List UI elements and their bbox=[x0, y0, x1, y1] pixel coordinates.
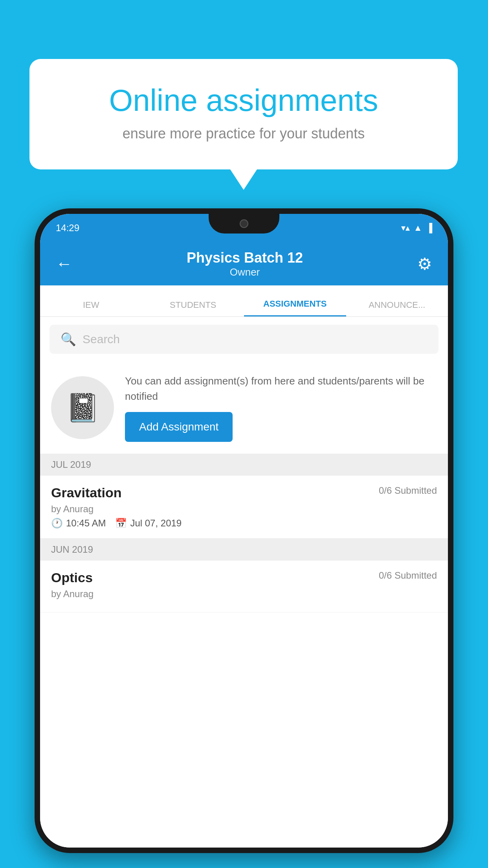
add-assignment-button[interactable]: Add Assignment bbox=[125, 412, 233, 442]
promo-description: You can add assignment(s) from here and … bbox=[125, 373, 437, 404]
phone-notch bbox=[209, 214, 279, 234]
search-icon: 🔍 bbox=[61, 332, 76, 347]
tab-students[interactable]: STUDENTS bbox=[142, 300, 244, 316]
assignment-gravitation[interactable]: Gravitation 0/6 Submitted by Anurag 🕐 10… bbox=[40, 476, 448, 539]
promo-block: 📓 You can add assignment(s) from here an… bbox=[40, 362, 448, 454]
section-jun-2019: JUN 2019 bbox=[40, 539, 448, 561]
assignment-submitted-gravitation: 0/6 Submitted bbox=[379, 485, 437, 496]
section-jul-2019: JUL 2019 bbox=[40, 454, 448, 476]
assignment-top-row-optics: Optics 0/6 Submitted bbox=[51, 570, 437, 585]
battery-icon: ▐ bbox=[426, 223, 432, 233]
assignment-time-text: 10:45 AM bbox=[66, 518, 106, 529]
status-bar: 14:29 ▾▴ ▲ ▐ bbox=[40, 214, 448, 242]
search-bar[interactable]: 🔍 Search bbox=[50, 325, 438, 354]
tab-announcements[interactable]: ANNOUNCE... bbox=[346, 300, 448, 316]
header-subtitle: Owner bbox=[187, 266, 303, 278]
back-button[interactable]: ← bbox=[56, 254, 72, 273]
content-area: 🔍 Search 📓 You can add assignment(s) fro… bbox=[40, 317, 448, 848]
phone-screen: 14:29 ▾▴ ▲ ▐ ← Physics Batch 12 Owner ⚙ … bbox=[40, 214, 448, 848]
assignment-top-row: Gravitation 0/6 Submitted bbox=[51, 485, 437, 500]
assignment-meta-gravitation: 🕐 10:45 AM 📅 Jul 07, 2019 bbox=[51, 518, 437, 529]
assignment-time-gravitation: 🕐 10:45 AM bbox=[51, 518, 106, 529]
status-icons: ▾▴ ▲ ▐ bbox=[401, 223, 432, 233]
assignment-date-gravitation: 📅 Jul 07, 2019 bbox=[115, 518, 182, 529]
clock-icon: 🕐 bbox=[51, 518, 63, 529]
speech-bubble: Online assignments ensure more practice … bbox=[29, 59, 458, 169]
assignment-submitted-optics: 0/6 Submitted bbox=[379, 570, 437, 581]
settings-button[interactable]: ⚙ bbox=[417, 254, 432, 274]
phone-camera bbox=[240, 219, 248, 228]
tab-overview[interactable]: IEW bbox=[40, 300, 142, 316]
header-title-block: Physics Batch 12 Owner bbox=[187, 250, 303, 278]
speech-bubble-container: Online assignments ensure more practice … bbox=[29, 59, 458, 169]
assignment-by-gravitation: by Anurag bbox=[51, 504, 437, 515]
wifi-icon: ▾▴ bbox=[401, 223, 410, 233]
promo-content: You can add assignment(s) from here and … bbox=[125, 373, 437, 442]
header-title: Physics Batch 12 bbox=[187, 250, 303, 266]
status-time: 14:29 bbox=[56, 223, 79, 234]
tab-assignments[interactable]: ASSIGNMENTS bbox=[244, 299, 346, 316]
assignment-optics[interactable]: Optics 0/6 Submitted by Anurag bbox=[40, 561, 448, 612]
assignment-name-optics: Optics bbox=[51, 570, 93, 585]
assignment-name-gravitation: Gravitation bbox=[51, 485, 121, 500]
phone-mockup: 14:29 ▾▴ ▲ ▐ ← Physics Batch 12 Owner ⚙ … bbox=[35, 208, 453, 853]
speech-bubble-subtitle: ensure more practice for your students bbox=[61, 125, 426, 142]
app-header: ← Physics Batch 12 Owner ⚙ bbox=[40, 242, 448, 285]
speech-bubble-title: Online assignments bbox=[61, 83, 426, 118]
search-placeholder: Search bbox=[83, 333, 120, 346]
promo-icon-circle: 📓 bbox=[51, 376, 114, 439]
assignment-by-optics: by Anurag bbox=[51, 588, 437, 600]
tabs-bar: IEW STUDENTS ASSIGNMENTS ANNOUNCE... bbox=[40, 285, 448, 317]
signal-icon: ▲ bbox=[414, 223, 422, 233]
assignment-date-text: Jul 07, 2019 bbox=[130, 518, 182, 529]
calendar-icon: 📅 bbox=[115, 518, 127, 529]
notebook-icon: 📓 bbox=[66, 392, 100, 424]
